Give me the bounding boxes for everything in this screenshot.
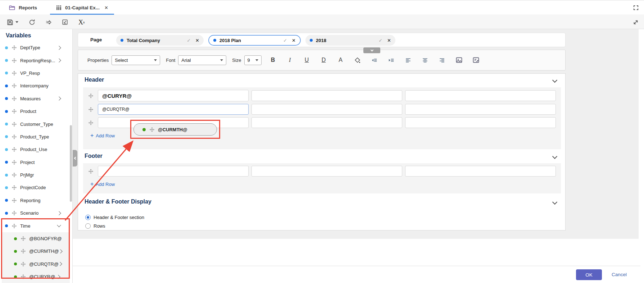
collapse-display-chevron-icon[interactable]	[552, 200, 557, 205]
move-icon[interactable]	[12, 210, 17, 216]
header-cell-input[interactable]	[251, 104, 402, 115]
align-right-icon[interactable]	[437, 55, 448, 65]
header-cell-input[interactable]	[98, 104, 249, 115]
save-menu-caret-icon[interactable]	[15, 21, 18, 23]
insert-image-icon[interactable]	[454, 55, 464, 65]
sidebar-variable-item[interactable]: ProjectCode	[0, 181, 73, 194]
sidebar-variable-item[interactable]: Project	[0, 156, 73, 169]
move-icon[interactable]	[88, 93, 94, 99]
font-dropdown[interactable]: Arial	[178, 55, 226, 65]
header-cell-input[interactable]	[98, 90, 249, 101]
sidebar-variable-item[interactable]: VP_Resp	[0, 67, 73, 79]
chevron-icon[interactable]	[57, 46, 61, 50]
tab-reports[interactable]: Reports	[2, 0, 44, 15]
sidebar-variable-item[interactable]: @CURYR@	[2, 270, 70, 283]
move-icon[interactable]	[21, 261, 26, 267]
sidebar-scrollbar-thumb[interactable]	[70, 125, 72, 202]
move-icon[interactable]	[21, 236, 26, 241]
chevron-icon[interactable]	[58, 262, 62, 266]
curmth-drag-chip[interactable]: @CURMTH@	[133, 123, 217, 136]
collapse-pov-handle[interactable]	[363, 47, 380, 53]
pov-chip-2018[interactable]: 2018 ✓ ✕	[305, 35, 395, 46]
sidebar-variable-item[interactable]: Intercompany	[0, 79, 73, 92]
footer-cell-input[interactable]	[98, 166, 249, 177]
move-icon[interactable]	[21, 248, 26, 254]
sidebar-variable-item[interactable]: @BGNOFYR@	[2, 232, 70, 245]
move-icon[interactable]	[12, 45, 17, 50]
font-color-button[interactable]: A	[335, 55, 346, 65]
footer-cell-input[interactable]	[405, 166, 556, 177]
move-icon[interactable]	[12, 198, 17, 203]
conditional-format-icon[interactable]	[471, 55, 481, 65]
indent-icon[interactable]	[386, 55, 397, 65]
chevron-icon[interactable]	[57, 58, 61, 62]
close-tab-icon[interactable]: ✕	[104, 5, 108, 10]
chevron-icon[interactable]	[57, 97, 61, 101]
expand-diagonal-icon[interactable]	[632, 19, 639, 26]
chevron-icon[interactable]	[57, 211, 61, 215]
move-icon[interactable]	[12, 160, 17, 165]
sidebar-variable-item[interactable]: Customer_Type	[0, 118, 73, 130]
apply-check-icon[interactable]: ✓	[283, 38, 287, 43]
header-cell-input[interactable]	[251, 117, 402, 128]
outdent-icon[interactable]	[369, 55, 380, 65]
header-cell-input[interactable]	[405, 117, 556, 128]
move-icon[interactable]	[21, 274, 26, 279]
chevron-icon[interactable]	[57, 223, 61, 227]
option-header-footer-section[interactable]: Header & Footer section	[85, 215, 144, 220]
sidebar-variable-item[interactable]: Scenario	[0, 207, 73, 219]
header-cell-input[interactable]	[405, 90, 556, 101]
remove-icon[interactable]: ✕	[195, 38, 199, 43]
fullscreen-icon[interactable]	[633, 5, 639, 11]
move-icon[interactable]	[88, 169, 94, 174]
move-icon[interactable]	[12, 134, 17, 140]
collapse-footer-chevron-icon[interactable]	[552, 154, 557, 159]
save-button[interactable]	[6, 17, 18, 27]
move-icon[interactable]	[88, 107, 94, 112]
move-icon[interactable]	[12, 122, 17, 127]
move-icon[interactable]	[12, 70, 17, 76]
move-icon[interactable]	[12, 58, 17, 63]
sidebar-variable-item[interactable]: @CURMTH@	[2, 245, 70, 257]
remove-icon[interactable]: ✕	[292, 38, 296, 43]
sidebar-variable-item[interactable]: Measures	[0, 92, 73, 105]
collapse-header-chevron-icon[interactable]	[552, 78, 557, 83]
underline-button[interactable]: U	[301, 55, 312, 65]
ok-button[interactable]: OK	[576, 269, 602, 280]
sidebar-variable-item[interactable]: ReportingResp...	[0, 54, 73, 67]
pov-chip-2018-plan[interactable]: 2018 Plan ✓ ✕	[208, 35, 301, 46]
move-icon[interactable]	[88, 120, 94, 125]
move-icon[interactable]	[12, 185, 17, 190]
insert-variable-button[interactable]: Xs	[78, 17, 85, 27]
footer-cell-input[interactable]	[251, 166, 402, 177]
double-underline-button[interactable]: D	[318, 55, 329, 65]
footer-add-row-button[interactable]: + Add Row	[90, 181, 115, 187]
sidebar-variable-item[interactable]: PrjMgr	[0, 169, 73, 181]
sidebar-variable-item[interactable]: Reporting	[0, 194, 73, 207]
move-icon[interactable]	[12, 147, 17, 152]
size-dropdown[interactable]: 9	[244, 55, 262, 65]
radio-unselected-icon[interactable]	[85, 223, 91, 229]
header-add-row-button[interactable]: + Add Row	[90, 133, 115, 138]
tab-report-document[interactable]: 01-Capital Ex... ✕	[49, 0, 115, 15]
sidebar-variable-item[interactable]: @CURQTR@	[2, 258, 70, 270]
chevron-icon[interactable]	[58, 249, 62, 253]
sidebar-variable-item[interactable]: DeptType	[0, 41, 73, 54]
sidebar-variable-item[interactable]: Product_Type	[0, 131, 73, 143]
radio-selected-icon[interactable]	[85, 215, 91, 220]
align-center-icon[interactable]	[420, 55, 431, 65]
apply-check-icon[interactable]: ✓	[378, 38, 382, 43]
remove-icon[interactable]: ✕	[387, 38, 391, 43]
properties-dropdown[interactable]: Select	[112, 55, 160, 65]
bold-button[interactable]: B	[268, 55, 278, 65]
move-icon[interactable]	[12, 83, 17, 88]
run-button[interactable]	[45, 17, 52, 27]
option-rows[interactable]: Rows	[85, 223, 144, 229]
chevron-icon[interactable]	[56, 275, 60, 279]
pov-chip-total-company[interactable]: Total Company ✓ ✕	[116, 35, 204, 46]
sidebar-collapse-handle[interactable]	[73, 150, 77, 166]
sidebar-variable-item[interactable]: Product_Use	[0, 143, 73, 156]
move-icon[interactable]	[12, 223, 17, 229]
move-icon[interactable]	[149, 127, 155, 132]
italic-button[interactable]: I	[285, 55, 295, 65]
